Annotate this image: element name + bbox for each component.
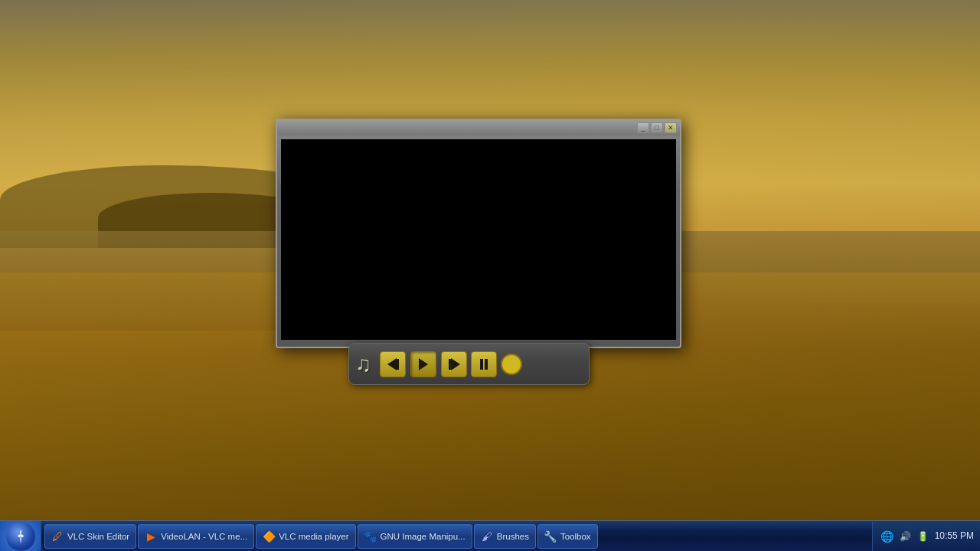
- taskbar: 🖊 VLC Skin Editor ▶ VideoLAN - VLC me...…: [0, 520, 980, 551]
- taskbar-item-vlc-skin[interactable]: 🖊 VLC Skin Editor: [44, 524, 136, 549]
- taskbar-item-brushes[interactable]: 🖌 Brushes: [474, 524, 536, 549]
- gimp-icon: 🐾: [364, 530, 377, 543]
- maximize-button[interactable]: □: [651, 122, 663, 133]
- play-button[interactable]: [410, 351, 436, 377]
- vlc-skin-editor-icon: 🖊: [51, 530, 64, 543]
- prev-button[interactable]: [380, 351, 406, 377]
- close-button[interactable]: ✕: [665, 122, 677, 133]
- taskbar-items: 🖊 VLC Skin Editor ▶ VideoLAN - VLC me...…: [41, 521, 872, 551]
- tray-icons: 🌐 🔊 🔋: [879, 529, 930, 544]
- minimize-button[interactable]: _: [637, 122, 649, 133]
- desktop: _ □ ✕ ♫: [0, 0, 980, 551]
- toolbox-icon: 🔧: [544, 530, 557, 543]
- vlc-skin-editor-label: VLC Skin Editor: [67, 532, 129, 541]
- vlc-player-window: _ □ ✕: [276, 119, 681, 348]
- vlc-titlebar: _ □ ✕: [277, 120, 680, 135]
- video-screen: [281, 139, 676, 340]
- taskbar-item-toolbox[interactable]: 🔧 Toolbox: [537, 524, 598, 549]
- taskbar-item-vlc-player[interactable]: 🔶 VLC media player: [256, 524, 355, 549]
- pause-button[interactable]: [471, 351, 497, 377]
- taskbar-item-videolan[interactable]: ▶ VideoLAN - VLC me...: [138, 524, 254, 549]
- toolbox-label: Toolbox: [560, 532, 591, 541]
- music-note-icon: ♫: [355, 352, 371, 377]
- tray-network-icon[interactable]: 🌐: [879, 529, 895, 544]
- taskbar-item-gimp[interactable]: 🐾 GNU Image Manipu...: [358, 524, 472, 549]
- start-button[interactable]: [0, 521, 41, 552]
- vlc-player-label: VLC media player: [279, 532, 348, 541]
- tray-battery-icon[interactable]: 🔋: [916, 530, 930, 543]
- brushes-label: Brushes: [497, 532, 529, 541]
- stop-button[interactable]: [501, 354, 522, 375]
- vlc-controls-bar: ♫: [348, 343, 590, 385]
- brushes-icon: 🖌: [481, 530, 493, 543]
- vlc-player-icon: 🔶: [263, 530, 275, 543]
- taskbar-right: 🌐 🔊 🔋 10:55 PM: [872, 521, 980, 551]
- gimp-label: GNU Image Manipu...: [381, 532, 466, 541]
- system-clock: 10:55 PM: [935, 530, 974, 543]
- next-button[interactable]: [441, 351, 467, 377]
- videolan-label: VideoLAN - VLC me...: [161, 532, 247, 541]
- videolan-icon: ▶: [145, 530, 157, 543]
- tray-volume-icon[interactable]: 🔊: [898, 530, 913, 543]
- start-orb: [6, 522, 35, 551]
